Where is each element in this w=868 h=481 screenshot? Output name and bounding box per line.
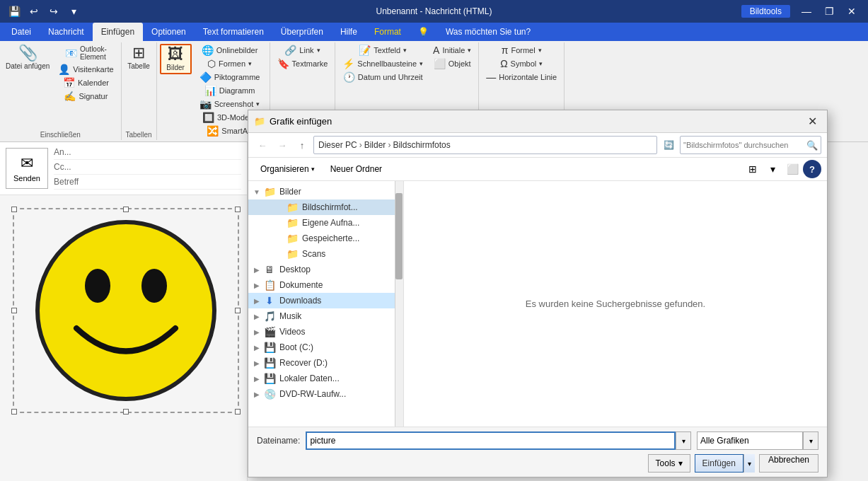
send-button[interactable]: ✉ Senden [6, 148, 48, 189]
undo-btn[interactable]: ↩ [25, 3, 42, 20]
save-quick-btn[interactable]: 💾 [6, 3, 23, 20]
symbol-btn[interactable]: Ω Symbol ▾ [482, 57, 561, 70]
online-images-icon: 🌐 [202, 45, 214, 55]
tab-nachricht[interactable]: Nachricht [40, 23, 93, 41]
shapes-icon: ⬡ [207, 59, 216, 69]
file-content-area: Es wurden keine Suchergebnisse gefunden. [404, 181, 827, 427]
signatur-btn[interactable]: ✍ Signatur [54, 90, 117, 103]
resize-handle-br[interactable] [235, 409, 241, 415]
objekt-btn[interactable]: ⬜ Objekt [429, 57, 475, 70]
tree-item-desktop[interactable]: ▶ 🖥 Desktop [248, 262, 403, 277]
insert-btn[interactable]: Einfügen [695, 454, 743, 473]
textmarke-btn[interactable]: 🔖 Textmarke [273, 57, 332, 70]
insert-dropdown-btn[interactable]: ▾ [743, 454, 755, 473]
nav-back-btn[interactable]: ← [254, 137, 271, 153]
tab-format[interactable]: Format [366, 23, 410, 41]
tree-item-dokumente[interactable]: ▶ 📋 Dokumente [248, 277, 403, 293]
ribbon-search[interactable]: Was möchten Sie tun? [437, 23, 539, 41]
textfeld-btn[interactable]: 📝 Textfeld ▾ [338, 44, 427, 57]
smiley-image[interactable] [13, 208, 239, 413]
tab-optionen[interactable]: Optionen [143, 23, 195, 41]
tree-item-videos[interactable]: ▶ 🎬 Videos [248, 324, 403, 340]
search-input[interactable] [683, 141, 806, 149]
resize-handle-tl[interactable] [11, 207, 17, 212]
formel-btn[interactable]: π Formel ▾ [482, 44, 561, 57]
resize-handle-bm[interactable] [123, 409, 129, 415]
diagramm-btn[interactable]: 📊 Diagramm [193, 84, 267, 97]
resize-handle-ml[interactable] [11, 308, 17, 313]
cc-field[interactable] [75, 162, 241, 172]
search-box[interactable]: 🔍 [680, 136, 821, 154]
cancel-btn[interactable]: Abbrechen [759, 454, 818, 473]
cc-btn[interactable]: Cc... [54, 162, 75, 172]
resize-handle-tm[interactable] [123, 207, 129, 212]
piktogramme-btn[interactable]: 🔷 Piktogramme [193, 71, 267, 83]
tree-scrollbar-thumb[interactable] [395, 193, 403, 279]
help-btn[interactable]: ? [803, 160, 821, 178]
organisieren-btn[interactable]: Organisieren ▾ [254, 161, 321, 177]
view-dropdown-btn[interactable]: ▾ [763, 160, 782, 178]
filename-input[interactable] [306, 431, 676, 450]
tree-item-recover-d[interactable]: ▶ 💾 Recover (D:) [248, 355, 403, 371]
view-large-icons-btn[interactable]: ⊞ [743, 160, 762, 178]
restore-btn[interactable]: ❐ [818, 1, 840, 21]
an-field[interactable] [75, 147, 241, 157]
resize-handle-tr[interactable] [235, 207, 241, 212]
visitenkarte-btn[interactable]: 👤 Visitenkarte [54, 63, 117, 76]
tree-item-lokaler[interactable]: ▶ 💾 Lokaler Daten... [248, 371, 403, 386]
horizontale-linie-btn[interactable]: — Horizontale Linie [482, 71, 561, 83]
calendar-icon: 📅 [63, 78, 75, 88]
tree-item-dvd[interactable]: ▶ 💿 DVD-RW-Laufw... [248, 386, 403, 402]
neuer-ordner-btn[interactable]: Neuer Ordner [324, 161, 388, 177]
bilder-btn[interactable]: 🖼 Bilder [160, 44, 192, 74]
onlinebilder-btn[interactable]: 🌐 Onlinebilder [193, 44, 267, 57]
kalender-btn[interactable]: 📅 Kalender [54, 76, 117, 89]
tab-ueberpruefen[interactable]: Überprüfen [272, 23, 332, 41]
tabelle-btn[interactable]: ⊞ Tabelle [125, 44, 153, 71]
nav-forward-btn[interactable]: → [274, 137, 291, 153]
tree-item-downloads[interactable]: ▶ ⬇ Downloads [248, 293, 403, 308]
betreff-field[interactable] [75, 177, 241, 187]
tree-item-bilder[interactable]: ▼ 📁 Bilder [248, 184, 403, 199]
tree-item-musik[interactable]: ▶ 🎵 Musik [248, 308, 403, 324]
expand-icon: ▶ [251, 328, 262, 336]
resize-handle-bl[interactable] [11, 409, 17, 415]
tab-hilfe[interactable]: Hilfe [332, 23, 366, 41]
filename-dropdown-btn[interactable]: ▾ [676, 431, 691, 450]
tree-item-boot-c[interactable]: ▶ 💾 Boot (C:) [248, 340, 403, 355]
link-btn[interactable]: 🔗 Link ▾ [273, 44, 332, 57]
email-body[interactable] [0, 195, 247, 426]
tab-text-formatieren[interactable]: Text formatieren [195, 23, 272, 41]
redo-btn[interactable]: ↪ [45, 3, 62, 20]
bildtools-tab[interactable]: Bildtools [741, 5, 790, 18]
close-btn[interactable]: ✕ [841, 1, 862, 21]
initiale-btn[interactable]: A Initiale ▾ [429, 44, 475, 57]
screenshot-btn[interactable]: 📷 Screenshot ▾ [193, 98, 267, 110]
tree-item-gespeicherte[interactable]: 📁 Gespeicherte... [248, 231, 403, 246]
organisieren-dropdown-icon: ▾ [311, 166, 315, 173]
tree-item-bildschirmfotos[interactable]: 📁 Bildschirmfot... [248, 199, 403, 215]
more-quick-btn[interactable]: ▾ [65, 3, 82, 20]
tools-btn[interactable]: Tools ▾ [648, 454, 690, 473]
an-btn[interactable]: An... [54, 147, 75, 157]
dialog-close-btn[interactable]: ✕ [803, 112, 821, 131]
preview-pane-btn[interactable]: ⬜ [783, 160, 802, 178]
smiley-svg [27, 219, 225, 402]
datei-anfuegen-btn[interactable]: 📎 Datei anfügen [3, 44, 52, 71]
tab-datei[interactable]: Datei [3, 23, 40, 41]
tree-item-scans[interactable]: 📁 Scans [248, 246, 403, 262]
filetype-dropdown-btn[interactable]: ▾ [803, 431, 818, 450]
datum-uhrzeit-btn[interactable]: 🕐 Datum und Uhrzeit [338, 71, 427, 83]
refresh-btn[interactable]: 🔄 [660, 137, 677, 153]
filetype-select[interactable]: Alle Grafiken [697, 431, 803, 450]
outlook-element-btn[interactable]: 📧 Outlook- Element [54, 44, 117, 62]
schnellbausteine-btn[interactable]: ⚡ Schnellbausteine ▾ [338, 57, 427, 70]
tab-einfuegen[interactable]: Einfügen [93, 23, 143, 41]
formen-btn[interactable]: ⬡ Formen ▾ [193, 57, 267, 70]
tree-item-eigene-aufnahmen[interactable]: 📁 Eigene Aufna... [248, 215, 403, 231]
nav-up-btn[interactable]: ↑ [294, 137, 311, 153]
resize-handle-mr[interactable] [235, 308, 241, 313]
address-path[interactable]: Dieser PC › Bilder › Bildschirmfotos [313, 136, 657, 154]
music-icon: 🎵 [262, 311, 277, 322]
minimize-btn[interactable]: — [796, 1, 817, 21]
